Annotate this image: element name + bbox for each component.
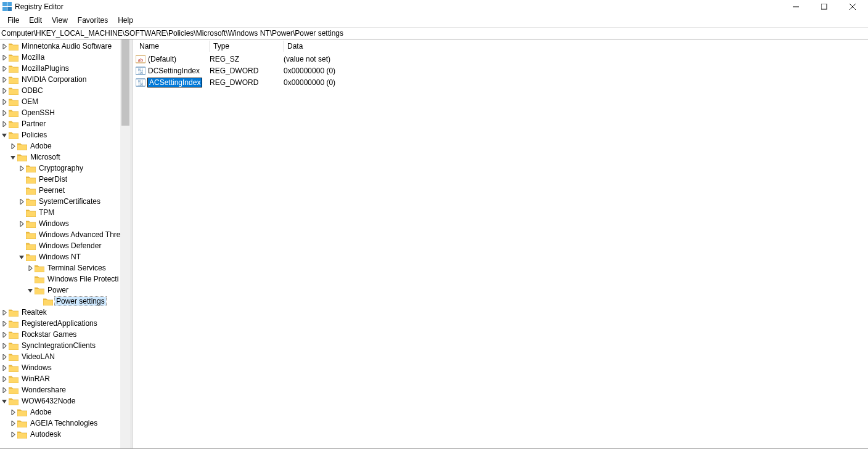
- folder-icon: [26, 186, 36, 195]
- expand-icon[interactable]: [9, 429, 17, 440]
- menu-favorites[interactable]: Favorites: [73, 15, 113, 26]
- tree-node[interactable]: Windows NT: [0, 251, 120, 262]
- expand-icon[interactable]: [26, 262, 35, 273]
- expand-icon[interactable]: [0, 85, 9, 96]
- collapse-icon[interactable]: [26, 285, 35, 296]
- tree-node-label: Partner: [20, 119, 47, 128]
- expand-icon[interactable]: [9, 140, 17, 152]
- tree-node[interactable]: Mozilla: [0, 52, 120, 63]
- menu-view[interactable]: View: [47, 15, 73, 26]
- value-name-editing[interactable]: ACSettingIndex: [147, 78, 202, 87]
- expand-icon[interactable]: [0, 107, 9, 118]
- tree-node[interactable]: PeerDist: [0, 174, 120, 185]
- tree-node[interactable]: Windows Defender: [0, 240, 120, 251]
- collapse-icon[interactable]: [0, 395, 9, 407]
- tree-node[interactable]: Policies: [0, 129, 120, 140]
- tree-node[interactable]: Adobe: [0, 407, 120, 418]
- expand-icon[interactable]: [0, 318, 9, 329]
- expand-icon[interactable]: [9, 418, 17, 429]
- tree-node[interactable]: Power: [0, 285, 120, 296]
- tree-node[interactable]: VideoLAN: [0, 351, 120, 362]
- expand-icon[interactable]: [17, 163, 26, 174]
- expand-icon[interactable]: [0, 118, 9, 129]
- scrollbar-thumb[interactable]: [121, 39, 129, 126]
- tree-node[interactable]: Windows: [0, 362, 120, 373]
- menu-edit[interactable]: Edit: [24, 15, 47, 26]
- tree-node[interactable]: Minnetonka Audio Software: [0, 41, 120, 52]
- values-list[interactable]: (Default)REG_SZ(value not set)DCSettingI…: [133, 53, 868, 88]
- folder-icon: [9, 352, 18, 361]
- tree-node[interactable]: Autodesk: [0, 429, 120, 440]
- tree-node[interactable]: RegisteredApplications: [0, 318, 120, 329]
- minimize-button[interactable]: [782, 0, 810, 14]
- tree-node[interactable]: Cryptography: [0, 163, 120, 174]
- folder-icon: [9, 308, 18, 317]
- maximize-button[interactable]: [810, 0, 838, 14]
- expand-icon[interactable]: [17, 196, 26, 207]
- tree-node[interactable]: Peernet: [0, 185, 120, 196]
- column-data[interactable]: Data: [284, 41, 456, 52]
- tree-node[interactable]: SyncIntegrationClients: [0, 340, 120, 351]
- tree-node-label: Policies: [20, 131, 48, 139]
- expand-icon[interactable]: [9, 407, 17, 418]
- expand-icon[interactable]: [0, 52, 9, 63]
- tree-node[interactable]: WinRAR: [0, 373, 120, 384]
- address-bar[interactable]: Computer\HKEY_LOCAL_MACHINE\SOFTWARE\Pol…: [0, 27, 868, 39]
- expand-icon[interactable]: [0, 307, 9, 318]
- folder-icon: [9, 86, 18, 95]
- registry-tree[interactable]: Minnetonka Audio SoftwareMozillaMozillaP…: [0, 39, 120, 448]
- folder-icon: [26, 208, 36, 217]
- tree-node[interactable]: WOW6432Node: [0, 395, 120, 407]
- tree-node[interactable]: TPM: [0, 207, 120, 218]
- menu-file[interactable]: File: [2, 15, 24, 26]
- expand-icon[interactable]: [0, 96, 9, 107]
- value-row[interactable]: (Default)REG_SZ(value not set): [133, 53, 868, 65]
- tree-node[interactable]: Realtek: [0, 307, 120, 318]
- tree-node[interactable]: Partner: [0, 118, 120, 129]
- tree-node[interactable]: Rockstar Games: [0, 329, 120, 340]
- expand-icon[interactable]: [0, 63, 9, 74]
- tree-node[interactable]: Windows Advanced Thre: [0, 229, 120, 240]
- expand-icon[interactable]: [0, 384, 9, 395]
- tree-node[interactable]: NVIDIA Corporation: [0, 74, 120, 85]
- expand-icon[interactable]: [0, 41, 9, 52]
- tree-node[interactable]: Windows: [0, 218, 120, 229]
- expand-icon[interactable]: [17, 218, 26, 229]
- expand-icon[interactable]: [0, 329, 9, 340]
- tree-node[interactable]: Terminal Services: [0, 262, 120, 273]
- tree-node[interactable]: Windows File Protecti: [0, 273, 120, 285]
- tree-node[interactable]: Microsoft: [0, 152, 120, 163]
- expand-icon[interactable]: [0, 74, 9, 85]
- tree-node[interactable]: Wondershare: [0, 384, 120, 395]
- expand-icon[interactable]: [0, 351, 9, 362]
- titlebar[interactable]: Registry Editor: [0, 0, 868, 14]
- tree-node-label: PeerDist: [38, 175, 68, 184]
- collapse-icon[interactable]: [0, 129, 9, 140]
- tree-node[interactable]: ODBC: [0, 85, 120, 96]
- tree-scrollbar[interactable]: [120, 39, 131, 448]
- tree-node[interactable]: AGEIA Technologies: [0, 418, 120, 429]
- column-name[interactable]: Name: [136, 41, 210, 52]
- tree-node-label: Power: [46, 286, 70, 294]
- folder-icon: [9, 374, 18, 383]
- tree-node[interactable]: MozillaPlugins: [0, 63, 120, 74]
- tree-node-label: Windows Advanced Thre: [38, 230, 120, 239]
- expand-icon[interactable]: [0, 362, 9, 373]
- value-data: (value not set): [284, 55, 456, 63]
- collapse-icon[interactable]: [17, 251, 26, 262]
- menu-help[interactable]: Help: [113, 15, 138, 26]
- expand-icon[interactable]: [0, 373, 9, 384]
- column-type[interactable]: Type: [210, 41, 284, 52]
- tree-node-label: SyncIntegrationClients: [20, 341, 97, 350]
- tree-node[interactable]: OEM: [0, 96, 120, 107]
- collapse-icon[interactable]: [9, 152, 17, 163]
- tree-node[interactable]: OpenSSH: [0, 107, 120, 118]
- tree-node[interactable]: Adobe: [0, 140, 120, 152]
- close-button[interactable]: [838, 0, 867, 14]
- tree-node[interactable]: SystemCertificates: [0, 196, 120, 207]
- tree-node-label: ODBC: [20, 86, 44, 95]
- value-row[interactable]: ACSettingIndexREG_DWORD0x00000000 (0): [133, 76, 868, 88]
- expand-icon[interactable]: [0, 340, 9, 351]
- value-row[interactable]: DCSettingIndexREG_DWORD0x00000000 (0): [133, 65, 868, 76]
- tree-node[interactable]: Power settings: [0, 296, 120, 307]
